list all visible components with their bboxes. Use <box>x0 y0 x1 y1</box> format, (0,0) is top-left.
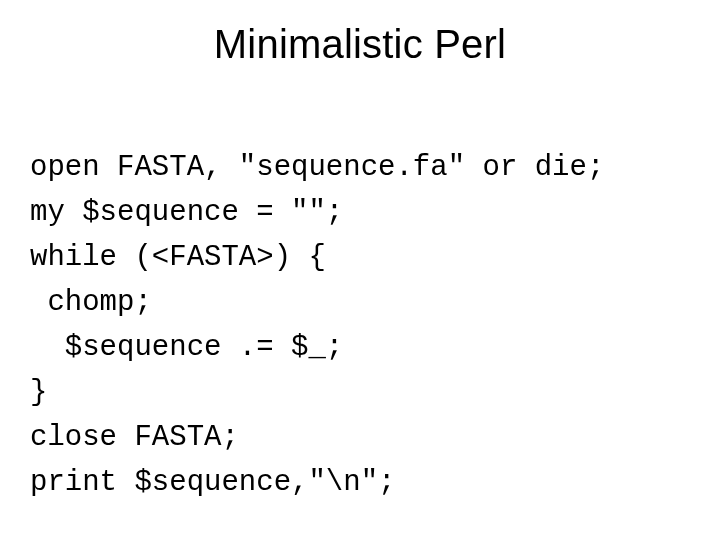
code-line: my $sequence = ""; <box>30 196 343 229</box>
code-line: close FASTA; <box>30 421 239 454</box>
code-line: open FASTA, "sequence.fa" or die; <box>30 151 604 184</box>
code-line: while (<FASTA>) { <box>30 241 326 274</box>
code-block: open FASTA, "sequence.fa" or die; my $se… <box>30 101 690 505</box>
code-line: $sequence .= $_; <box>30 331 343 364</box>
code-line: } <box>30 376 47 409</box>
slide: Minimalistic Perl open FASTA, "sequence.… <box>0 0 720 540</box>
code-line: chomp; <box>30 286 152 319</box>
slide-title: Minimalistic Perl <box>30 22 690 67</box>
code-line: print $sequence,"\n"; <box>30 466 395 499</box>
